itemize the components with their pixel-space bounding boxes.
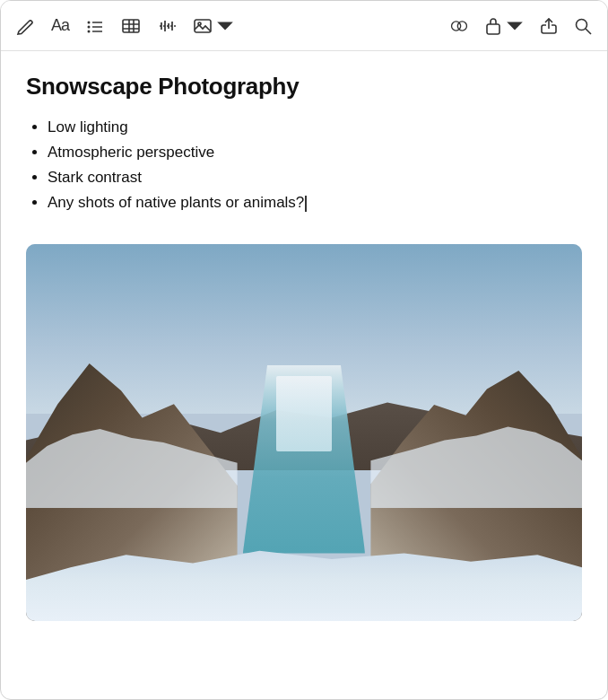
chart-icon[interactable]: [157, 16, 177, 36]
document-content: Snowscape Photography Low lighting Atmos…: [1, 51, 607, 244]
font-label: Aa: [51, 16, 69, 35]
edit-icon[interactable]: [15, 16, 35, 36]
waterfall: [276, 376, 332, 451]
svg-point-26: [577, 19, 587, 30]
svg-point-2: [88, 25, 91, 28]
photo-image: [26, 244, 582, 621]
table-icon[interactable]: [121, 16, 141, 36]
toolbar: Aa: [1, 1, 607, 51]
font-icon[interactable]: Aa: [51, 16, 69, 35]
snowscape-scene: [26, 244, 582, 621]
collab-icon[interactable]: [449, 16, 469, 36]
list-icon[interactable]: [85, 16, 105, 36]
toolbar-right: [449, 16, 593, 36]
search-icon[interactable]: [573, 16, 593, 36]
share-icon[interactable]: [539, 16, 559, 36]
list-item: Any shots of native plants or animals?: [48, 190, 582, 215]
svg-point-0: [88, 21, 91, 23]
list-item: Stark contrast: [48, 165, 582, 190]
svg-rect-24: [487, 24, 499, 34]
svg-rect-6: [123, 20, 139, 32]
bullet-list: Low lighting Atmospheric perspective Sta…: [26, 115, 582, 215]
text-cursor: [305, 196, 307, 212]
svg-line-27: [586, 29, 591, 34]
svg-rect-20: [195, 20, 211, 32]
list-item: Low lighting: [48, 115, 582, 140]
lock-icon[interactable]: [483, 16, 525, 36]
list-item: Atmospheric perspective: [48, 140, 582, 165]
svg-point-4: [88, 30, 91, 32]
toolbar-left: Aa: [15, 16, 433, 36]
svg-point-23: [457, 21, 466, 30]
document-title: Snowscape Photography: [26, 73, 582, 101]
image-icon[interactable]: [193, 16, 235, 36]
